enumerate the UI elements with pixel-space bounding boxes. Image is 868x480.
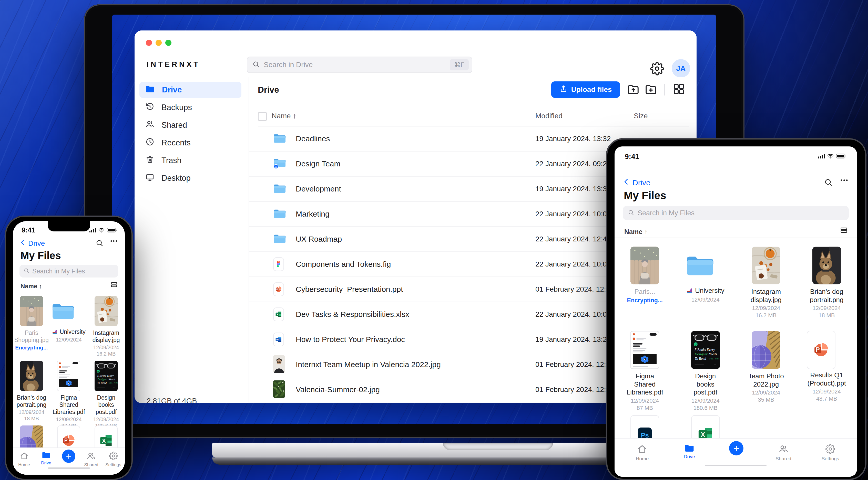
tab-home[interactable]: Home — [636, 444, 649, 461]
ipad-device: 9:41 Drive My Files Name ↑ Paris. — [606, 138, 866, 480]
home-icon — [18, 452, 30, 461]
search-input[interactable] — [32, 267, 115, 275]
tab-home[interactable]: Home — [18, 452, 30, 468]
grid-item-paris[interactable]: Paris...Encrypting... — [625, 239, 665, 323]
grid-item-figma-shared-libraries-pdf[interactable]: Figma Shared Libraries.pdf12/09/202487 M… — [52, 358, 86, 423]
column-name[interactable]: Name ↑ — [272, 112, 296, 120]
item-size: 18 MB — [807, 312, 847, 319]
tab-shared[interactable]: Shared — [775, 444, 791, 461]
file-name: Development — [296, 184, 341, 193]
sidebar-item-shared[interactable]: Shared — [140, 117, 241, 133]
backups-history-icon — [146, 102, 154, 113]
tab-bar: Home Drive Shared Settings — [615, 438, 857, 477]
upload-files-button[interactable]: Upload files — [551, 81, 620, 98]
list-view-icon[interactable] — [111, 281, 118, 289]
add-new-button[interactable] — [729, 441, 743, 455]
sort-by-name[interactable]: Name ↑ — [624, 228, 648, 236]
teamphoto-thumbnail — [746, 331, 786, 370]
grid-item-design-books-post-pdf[interactable]: Q 5 Books Every Designer Needs To Read V… — [89, 358, 123, 423]
search-bar[interactable] — [623, 206, 849, 220]
zoom-window-button[interactable] — [165, 40, 172, 46]
grid-item-instagram-display-jpg[interactable]: Instagram display.jpg12/09/202416.2 MB — [89, 294, 123, 358]
grid-view-icon[interactable] — [673, 83, 685, 96]
minimize-window-button[interactable] — [156, 40, 162, 46]
sidebar-item-backups[interactable]: Backups — [140, 100, 241, 115]
grid-item-design-books-post-pdf[interactable]: Q 5 Books Every Designer Needs To Read V… — [685, 323, 725, 408]
window-header: INTERNXT ⌘F JA — [134, 31, 696, 78]
search-input[interactable] — [263, 60, 450, 69]
grid-item-university[interactable]: University12/09/2024 — [52, 294, 86, 358]
search-icon — [628, 209, 634, 216]
grid-item-brian-s-dog-portrait-png[interactable]: Brian's dog portrait.png12/09/202418 MB — [14, 358, 49, 423]
grid-item-figma-shared-libraries-pdf[interactable]: Figma Shared Libraries.pdf12/09/202487 M… — [625, 323, 665, 408]
drive-search-bar[interactable]: ⌘F — [247, 57, 472, 73]
column-modified[interactable]: Modified — [535, 112, 562, 120]
sidebar-item-trash[interactable]: Trash — [140, 152, 241, 168]
file-modified: 22 January 2024. 10:08 — [535, 260, 611, 268]
desktop-monitor-icon — [146, 173, 154, 183]
sidebar: DriveBackupsSharedRecentsTrashDesktop 2.… — [134, 77, 249, 403]
divider — [13, 292, 125, 293]
shared-people-icon — [84, 452, 98, 461]
sidebar-item-label: Desktop — [161, 174, 191, 183]
file-modified: 22 January 2024. 10:08 — [535, 210, 611, 218]
drive-folder-icon — [146, 85, 155, 95]
grid-item-instagram-display-jpg[interactable]: Instagram display.jpg12/09/202416.2 MB — [746, 239, 786, 323]
tab-label: Home — [18, 462, 30, 468]
folder-icon — [273, 133, 286, 145]
column-size[interactable]: Size — [634, 112, 648, 120]
grid-item-team-photo-2022-jpg[interactable]: Team Photo 2022.jpg12/09/202435 MB — [746, 323, 786, 408]
paris-thumbnail — [14, 296, 49, 327]
search-icon[interactable] — [96, 239, 103, 248]
tab-settings[interactable]: Settings — [105, 452, 121, 468]
sidebar-item-drive[interactable]: Drive — [140, 82, 241, 98]
item-date: 12/09/2024 — [746, 389, 786, 396]
item-name: Instagram display.jpg — [89, 329, 123, 344]
sort-by-name[interactable]: Name ↑ — [21, 283, 42, 290]
tab-shared[interactable]: Shared — [84, 452, 98, 468]
user-avatar[interactable]: JA — [672, 59, 690, 77]
home-icon — [636, 444, 649, 455]
more-options-icon[interactable] — [110, 239, 118, 244]
file-modified: 22 January 2024. 12:44 — [535, 235, 611, 243]
svg-text:To Read: To Read — [694, 357, 706, 361]
select-all-checkbox[interactable] — [258, 112, 267, 121]
close-window-button[interactable] — [146, 40, 152, 46]
item-name: Instagram display.jpg — [746, 288, 786, 304]
back-to-drive-button[interactable]: Drive — [623, 178, 650, 187]
iphone-device: 9:41 Drive My Files Name ↑ Paris — [5, 215, 133, 480]
tab-drive[interactable]: Drive — [684, 444, 695, 459]
more-options-icon[interactable] — [840, 178, 848, 183]
figmapdf-thumbnail — [52, 361, 86, 392]
grid-item-brian-s-dog-portrait-png[interactable]: Brian's dog portrait.png12/09/202418 MB — [807, 239, 847, 323]
instagram-thumbnail — [89, 296, 123, 327]
new-folder-icon[interactable] — [645, 83, 657, 96]
tab-drive[interactable]: Drive — [41, 452, 51, 466]
sidebar-item-desktop[interactable]: Desktop — [140, 170, 241, 186]
item-date: 12/09/2024 — [685, 398, 725, 404]
bookspdf-thumbnail: Q 5 Books Every Designer Needs To Read V… — [685, 331, 725, 370]
grid-item-results-q1-product-ppt[interactable]: PResults Q1 (Product).ppt12/09/202448.7 … — [807, 323, 847, 408]
grid-item-paris-shopping-jpg[interactable]: Paris Shopping.jpgEncrypting... — [14, 294, 49, 358]
search-bar[interactable] — [20, 265, 118, 277]
item-name: Design books post.pdf — [685, 372, 725, 397]
sidebar-item-recents[interactable]: Recents — [140, 135, 241, 151]
grid-item-university[interactable]: University12/09/2024 — [685, 239, 725, 323]
tab-label: Shared — [775, 456, 791, 461]
item-name: Paris... — [625, 288, 665, 296]
divider — [615, 238, 857, 238]
tab-settings[interactable]: Settings — [822, 444, 839, 461]
back-to-drive-button[interactable]: Drive — [20, 239, 45, 247]
search-icon[interactable] — [824, 178, 832, 187]
item-date: 12/09/2024 — [89, 416, 123, 422]
list-view-icon[interactable] — [840, 226, 848, 235]
settings-gear-icon[interactable] — [650, 62, 664, 75]
svg-text:Designer Needs: Designer Needs — [97, 378, 115, 381]
upload-folder-icon[interactable] — [627, 83, 640, 96]
search-input[interactable] — [637, 209, 844, 217]
file-modified: 22 January 2024. 09:25 — [535, 160, 611, 168]
add-new-button[interactable] — [62, 449, 75, 463]
svg-text:Q: Q — [695, 343, 696, 346]
dog-thumbnail — [807, 246, 847, 286]
svg-text:VOL. THREE: VOL. THREE — [709, 358, 720, 360]
